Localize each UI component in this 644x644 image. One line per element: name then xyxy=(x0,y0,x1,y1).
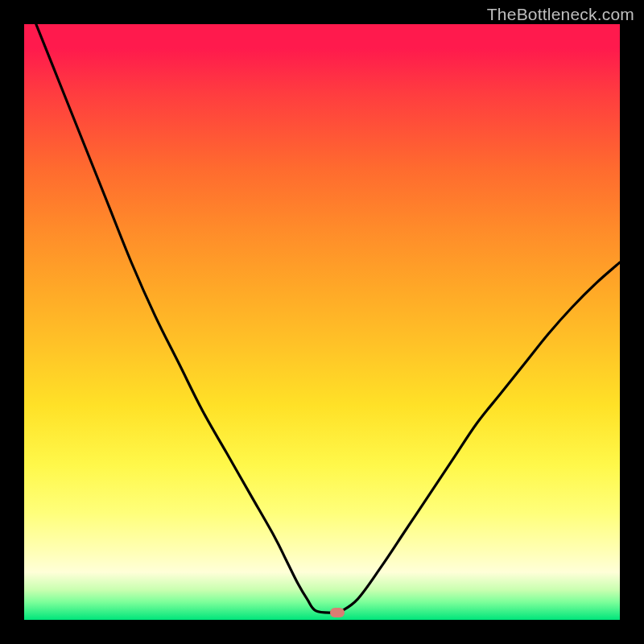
curve-left xyxy=(36,24,334,613)
minimum-marker xyxy=(330,608,345,617)
watermark-text: TheBottleneck.com xyxy=(487,5,634,24)
bottleneck-curve xyxy=(24,24,620,620)
chart-frame: TheBottleneck.com xyxy=(0,0,644,644)
curve-right xyxy=(340,262,620,612)
plot-area xyxy=(24,24,620,620)
